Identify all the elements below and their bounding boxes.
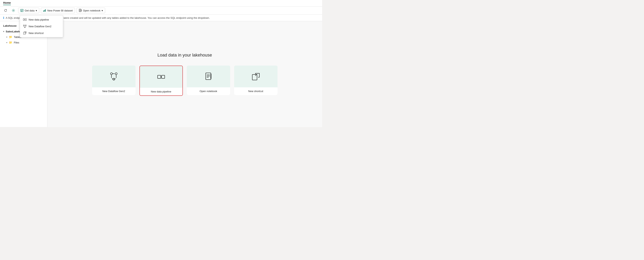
chevron-right-icon: ▾ — [6, 36, 7, 38]
svg-point-0 — [13, 10, 14, 11]
card-new-dataflow-gen2[interactable]: New Dataflow Gen2 — [92, 66, 136, 95]
open-notebook-label: Open notebook — [83, 9, 100, 12]
card-notebook-icon-area — [187, 66, 230, 87]
toolbar: Get data ▾ New Power BI dataset Open not… — [0, 7, 322, 15]
content-title: Load data in your lakehouse — [158, 53, 212, 58]
svg-rect-19 — [210, 74, 212, 79]
settings-button[interactable] — [10, 8, 16, 13]
dropdown-dataflow-label: New Dataflow Gen2 — [28, 25, 52, 28]
svg-rect-12 — [24, 32, 26, 34]
shortcut-icon — [23, 31, 27, 35]
power-bi-icon — [43, 9, 46, 12]
svg-point-10 — [26, 25, 26, 26]
pipeline-icon — [23, 18, 27, 21]
dropdown-shortcut-label: New shortcut — [28, 32, 44, 35]
get-data-chevron: ▾ — [36, 9, 37, 12]
card-notebook-label: Open notebook — [187, 87, 230, 95]
dropdown-new-dataflow[interactable]: New Dataflow Gen2 — [20, 23, 63, 30]
svg-point-14 — [115, 73, 117, 75]
svg-rect-16 — [158, 75, 161, 78]
card-pipeline-icon-area — [140, 66, 182, 88]
svg-rect-20 — [252, 74, 257, 80]
gear-icon — [12, 9, 15, 12]
page-title: Home — [3, 1, 11, 5]
notebook-icon — [79, 9, 82, 12]
cards-row: New Dataflow Gen2 New data pipeline — [92, 66, 278, 96]
card-new-shortcut[interactable]: New shortcut — [234, 66, 278, 95]
card-dataflow-label: New Dataflow Gen2 — [92, 87, 136, 95]
chevron-down-icon: ▾ — [3, 30, 4, 33]
folder-icon: 📁 — [9, 35, 12, 39]
dataflow-icon — [23, 25, 27, 28]
card-open-notebook[interactable]: Open notebook — [187, 66, 230, 95]
open-notebook-chevron: ▾ — [102, 9, 103, 12]
info-icon: ℹ — [3, 16, 4, 19]
new-power-bi-button[interactable]: New Power BI dataset — [41, 8, 75, 13]
chevron-right-icon-files: ▾ — [6, 42, 7, 44]
sidebar-item-files[interactable]: ▾ 📁 Files — [0, 40, 47, 45]
svg-rect-2 — [43, 11, 44, 12]
card-dataflow-icon-area — [92, 66, 136, 87]
refresh-button[interactable] — [2, 8, 9, 13]
svg-rect-4 — [45, 9, 46, 12]
open-notebook-button[interactable]: Open notebook ▾ — [76, 8, 105, 13]
title-bar: Home — [0, 0, 322, 7]
content-area: Load data in your lakehouse New Dataflow… — [47, 21, 322, 127]
new-power-bi-label: New Power BI dataset — [47, 9, 73, 12]
svg-rect-8 — [25, 19, 26, 21]
sidebar-files-label: Files — [14, 41, 19, 44]
get-data-button[interactable]: Get data ▾ — [18, 8, 39, 13]
svg-rect-17 — [162, 75, 165, 78]
refresh-icon — [4, 9, 7, 12]
card-pipeline-label: New data pipeline — [140, 88, 182, 95]
folder-icon-files: 📁 — [9, 41, 12, 44]
svg-point-13 — [110, 73, 112, 75]
dropdown-new-data-pipeline[interactable]: New data pipeline — [20, 16, 63, 23]
get-data-label: Get data — [25, 9, 34, 12]
dropdown-new-shortcut[interactable]: New shortcut — [20, 30, 63, 36]
card-shortcut-icon-area — [234, 66, 278, 87]
card-shortcut-label: New shortcut — [234, 87, 278, 95]
card-new-data-pipeline[interactable]: New data pipeline — [140, 66, 183, 96]
dropdown-pipeline-label: New data pipeline — [28, 18, 49, 21]
svg-rect-3 — [44, 10, 45, 12]
svg-rect-6 — [81, 10, 82, 12]
svg-rect-7 — [23, 19, 24, 21]
get-data-icon — [20, 9, 24, 12]
get-data-dropdown: New data pipeline New Dataflow Gen2 — [20, 15, 63, 37]
